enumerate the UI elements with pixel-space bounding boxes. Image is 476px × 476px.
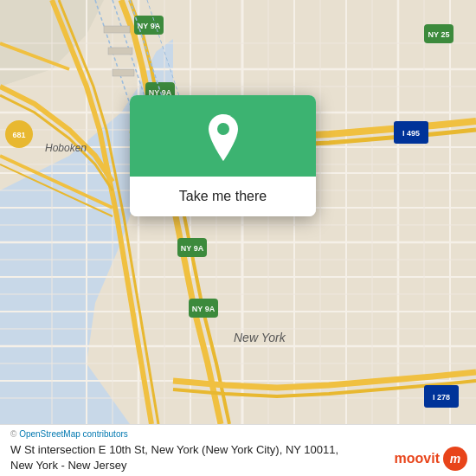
map-container: NY 9A NY 9A NY 9A NY 9A NY 25 I 495 I 27… — [0, 0, 476, 424]
location-text: W St intersection E 10th St, New York (N… — [10, 442, 339, 473]
svg-text:I 278: I 278 — [433, 393, 450, 402]
svg-text:NY 9A: NY 9A — [181, 244, 204, 253]
svg-text:Hoboken: Hoboken — [45, 142, 87, 154]
svg-text:New York: New York — [234, 331, 286, 344]
popup-card: Take me there — [130, 95, 316, 216]
moovit-logo: moovit m — [395, 447, 467, 471]
svg-rect-66 — [108, 48, 132, 55]
svg-text:NY 25: NY 25 — [428, 30, 450, 39]
osm-attribution: © OpenStreetMap contributors — [10, 429, 466, 439]
svg-point-71 — [217, 123, 229, 135]
osm-link: © OpenStreetMap contributors — [10, 429, 128, 439]
moovit-brand-name: moovit — [395, 451, 440, 466]
svg-text:I 495: I 495 — [402, 129, 420, 138]
svg-text:NY 9A: NY 9A — [192, 305, 215, 313]
take-me-there-button[interactable]: Take me there — [130, 177, 316, 216]
footer: © OpenStreetMap contributors W St inters… — [0, 424, 476, 476]
moovit-icon: m — [443, 447, 467, 471]
svg-text:681: 681 — [12, 131, 25, 139]
svg-rect-65 — [104, 26, 130, 33]
popup-green-header — [130, 95, 316, 177]
location-pin-icon — [203, 114, 243, 161]
svg-rect-67 — [113, 69, 134, 76]
